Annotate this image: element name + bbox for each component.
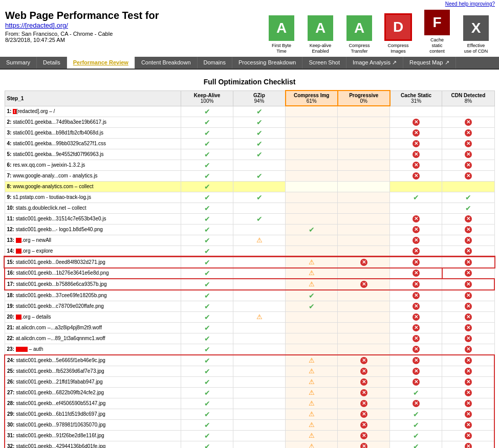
row-keepalive-1: ✔	[181, 106, 233, 117]
table-row: 12: static001.geekb...- logo1.b8d5e40.pn…	[5, 224, 494, 235]
header-left: Web Page Performance Test for https://[r…	[5, 10, 264, 43]
main-content: Full Optimization Checklist Step_1 Keep-…	[0, 70, 499, 448]
table-row: 19: static001.geekb...c78709e020ffafe.pn…	[5, 301, 494, 311]
row-compress-1	[286, 106, 338, 117]
table-row: 30: static001.geekb...978981f10635070.jp…	[5, 419, 494, 430]
col-header-url: Step_1	[5, 91, 181, 106]
tab-image-analysis[interactable]: Image Analysis ↗	[346, 57, 403, 69]
grade-cache-static: F Cachestaticcontent	[419, 10, 455, 54]
grade-compress-transfer: A CompressTransfer	[341, 15, 377, 54]
row-url-1: 1: t[redacted].org – /	[5, 106, 181, 117]
col-header-cdn: CDN Detected8%	[442, 91, 494, 106]
checklist-table: Step_1 Keep-Alive100% GZip94% Compress I…	[4, 90, 495, 448]
tab-summary[interactable]: Summary	[0, 57, 37, 69]
row-cdn-1	[442, 106, 494, 117]
grade-box-x: X	[463, 15, 489, 41]
grade-box-a1: A	[269, 15, 294, 41]
table-row: 23: – auth ✔ ✕ ✕	[5, 344, 494, 355]
table-row: 6: res.wx.qq.com – jweixin-1.3.2.js ✔ ✕ …	[5, 160, 494, 170]
table-row: 9: s1.pstatp.com - toutiao-track-log.js …	[5, 192, 494, 203]
row-cache-1	[390, 106, 442, 117]
table-header-row: Step_1 Keep-Alive100% GZip94% Compress I…	[5, 91, 494, 106]
table-row: 27: static001.geekb...6822b09fb24cfe2.jp…	[5, 387, 494, 398]
grade-first-byte: A First ByteTime	[264, 15, 299, 54]
grade-box-d: D	[384, 13, 412, 41]
table-row: 17: static001.geekb...b75886e6ca9357b.jp…	[5, 279, 494, 290]
section-title: Full Optimization Checklist	[4, 78, 495, 86]
row-url-2: 2: static001.geekba...74d9ba3ee19b6617.j…	[5, 117, 181, 127]
date-info: 8/23/2018, 10:47:25 AM	[5, 37, 264, 43]
table-row: 14: .org – explore ✔ ✕ ✕	[5, 245, 494, 257]
table-row: 26: static001.geekb...21ffd19fabab947.jp…	[5, 376, 494, 387]
tab-screenshot[interactable]: Screen Shot	[302, 57, 346, 69]
grade-label-1: First ByteTime	[264, 43, 299, 54]
table-row: 25: static001.geekb...fb52369d6af7e73.jp…	[5, 366, 494, 376]
table-row: 4: static001.geekba...99bb0329ca527f1.cs…	[5, 138, 494, 149]
from-info: From: San Francisco, CA - Chrome - Cable	[5, 31, 264, 37]
nav-tabs: Summary Details Performance Review Conte…	[0, 57, 499, 70]
row-gzip-1: ✔	[233, 106, 286, 117]
table-row: 1: t[redacted].org – / ✔ ✔	[5, 106, 494, 117]
table-row: 10: stats.g.doubleclick.net – collect ✔ …	[5, 203, 494, 213]
tab-domains[interactable]: Domains	[198, 57, 232, 69]
grade-keepalive: A Keep-aliveEnabled	[302, 15, 338, 54]
col-header-keepalive: Keep-Alive100%	[181, 91, 233, 106]
row-progressive-1	[338, 106, 390, 117]
col-header-compress: Compress Img61%	[286, 91, 338, 106]
tab-details[interactable]: Details	[37, 57, 67, 69]
table-row: 28: static001.geekb...ef4506590b55147.jp…	[5, 398, 494, 409]
table-row: 7: www.google-analy...com - analytics.js…	[5, 170, 494, 181]
tab-performance-review[interactable]: Performance Review	[67, 57, 135, 69]
table-row: 20: .org – details ✔ ⚠ ✕ ✕	[5, 311, 494, 322]
table-row: 24: static001.geekb...5e6665f1eb46e9c.jp…	[5, 355, 494, 366]
table-row: 2: static001.geekba...74d9ba3ee19b6617.j…	[5, 117, 494, 127]
table-row: 31: static001.geekb...91f26be2d8e116f.jp…	[5, 430, 494, 441]
grade-box-a3: A	[346, 15, 372, 41]
tab-request-map[interactable]: Request Map ↗	[403, 57, 455, 69]
help-text-container: Need help improving?	[0, 0, 499, 8]
table-row: 22: at.alicdn.com --...89_1t3a6qnnmc1.wo…	[5, 333, 494, 344]
grade-label-3: CompressTransfer	[341, 43, 377, 54]
url-link[interactable]: https://[redacted].org/	[5, 21, 264, 29]
tab-processing-breakdown[interactable]: Processing Breakdown	[232, 57, 303, 69]
col-header-cache: Cache Static31%	[390, 91, 442, 106]
table-row: 11: static001.geekb...31514c7e653b43e0.j…	[5, 213, 494, 224]
table-row: 13: .org – newAll ✔ ⚠ ✕ ✕	[5, 235, 494, 245]
table-row: 29: static001.geekb...6b11fd519d8c697.jp…	[5, 409, 494, 419]
table-row: 15: static001.geekb...0eed84f8032d271.jp…	[5, 257, 494, 268]
col-header-gzip: GZip94%	[233, 91, 286, 106]
grade-label-4: CompressImages	[380, 43, 416, 54]
col-header-progressive: Progressive0%	[338, 91, 390, 106]
grades-row: A First ByteTime A Keep-aliveEnabled A C…	[264, 10, 494, 54]
table-row: 21: at.alicdn.com --...a3z8ip4pj8m2t9.wo…	[5, 322, 494, 333]
table-row: 16: static001.geekb...1b276e3641e6e8d.pn…	[5, 267, 494, 279]
grade-label-5: Cachestaticcontent	[419, 37, 455, 54]
grade-cdn: X Effectiveuse of CDN	[458, 15, 494, 54]
grade-label-6: Effectiveuse of CDN	[458, 43, 494, 54]
table-row: 8: www.google-analytics.com – collect ✔	[5, 181, 494, 192]
grade-label-2: Keep-aliveEnabled	[302, 43, 338, 54]
help-text[interactable]: Need help improving?	[445, 1, 495, 7]
grade-compress-images: D CompressImages	[380, 13, 416, 54]
page-title: Web Page Performance Test for	[5, 10, 264, 21]
table-row: 32: static001.geekb...42944136b6d01fe.jp…	[5, 441, 494, 448]
grade-box-a2: A	[308, 15, 333, 41]
tab-content-breakdown[interactable]: Content Breakdown	[135, 57, 198, 69]
table-row: 5: static001.geekba...9e4552fd07f96963.j…	[5, 149, 494, 160]
table-row: 18: static001.geekb...37cee69fe18205b.pn…	[5, 290, 494, 301]
grade-box-f: F	[424, 10, 450, 35]
grades-section: A First ByteTime A Keep-aliveEnabled A C…	[264, 10, 494, 54]
table-row: 3: static001.geekba...b98d1fb2cfb4068d.j…	[5, 127, 494, 138]
